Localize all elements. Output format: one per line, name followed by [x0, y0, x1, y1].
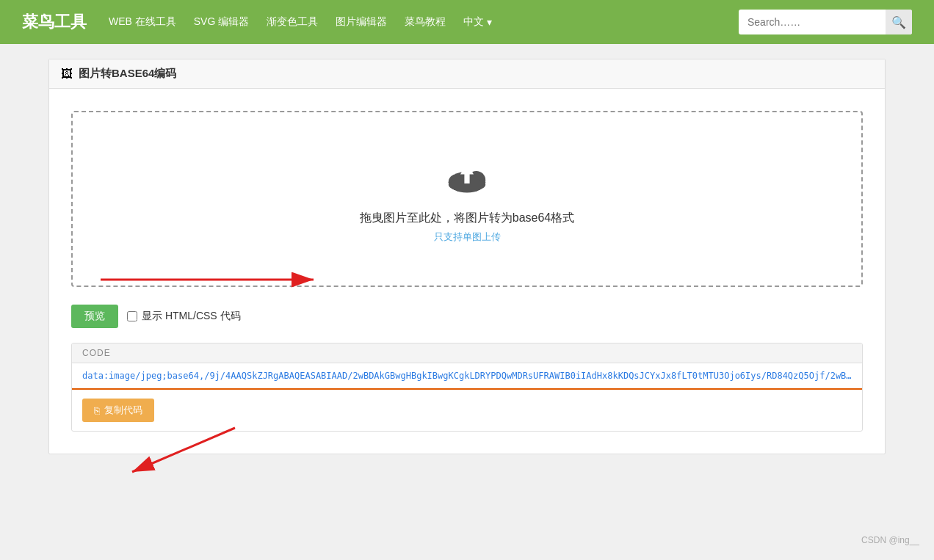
search-bar: 🔍 [739, 10, 912, 34]
navbar-brand[interactable]: 菜鸟工具 [22, 11, 87, 33]
dropzone-subtext: 只支持单图上传 [434, 230, 501, 244]
code-label: CODE [72, 343, 862, 363]
copy-icon: ⎘ [94, 405, 100, 416]
search-input[interactable] [739, 16, 886, 28]
code-block: CODE data:image/jpeg;base64,/9j/4AAQSkZJ… [71, 343, 863, 432]
search-icon: 🔍 [891, 15, 906, 29]
tool-title: 图片转BASE64编码 [79, 67, 176, 81]
navbar: 菜鸟工具 WEB 在线工具 SVG 编辑器 渐变色工具 图片编辑器 菜鸟教程 中… [0, 0, 934, 44]
tool-card: 🖼 图片转BASE64编码 拖曳 [48, 59, 886, 454]
nav-link-tutorial[interactable]: 菜鸟教程 [405, 15, 446, 29]
svg-line-8 [132, 428, 235, 454]
tool-header: 🖼 图片转BASE64编码 [49, 59, 885, 89]
tool-header-icon: 🖼 [61, 68, 73, 81]
copy-button[interactable]: ⎘ 复制代码 [82, 399, 154, 422]
tool-body: 拖曳图片至此处，将图片转为base64格式 只支持单图上传 预览 [49, 89, 885, 454]
chevron-down-icon: ▾ [487, 16, 492, 28]
nav-link-web[interactable]: WEB 在线工具 [109, 15, 176, 29]
nav-link-image-editor[interactable]: 图片编辑器 [336, 15, 387, 29]
nav-dropdown-language[interactable]: 中文 ▾ [463, 15, 492, 29]
page-wrapper: 🖼 图片转BASE64编码 拖曳 [34, 44, 900, 469]
code-content: data:image/jpeg;base64,/9j/4AAQSkZJRgABA… [72, 363, 862, 390]
watermark: CSDN @ing__ [861, 535, 919, 545]
preview-button[interactable]: 预览 [71, 305, 118, 328]
main-area: 拖曳图片至此处，将图片转为base64格式 只支持单图上传 [71, 111, 863, 287]
search-button[interactable]: 🔍 [886, 10, 912, 34]
navbar-links: WEB 在线工具 SVG 编辑器 渐变色工具 图片编辑器 菜鸟教程 中文 ▾ [109, 15, 717, 29]
show-code-checkbox[interactable] [127, 311, 137, 321]
upload-cloud-icon [441, 155, 493, 199]
show-code-label[interactable]: 显示 HTML/CSS 代码 [127, 310, 241, 323]
nav-link-gradient[interactable]: 渐变色工具 [267, 15, 318, 29]
toolbar-row: 预览 显示 HTML/CSS 代码 [71, 305, 863, 328]
nav-link-svg[interactable]: SVG 编辑器 [194, 15, 249, 29]
dropzone-text: 拖曳图片至此处，将图片转为base64格式 [360, 211, 575, 226]
code-footer: ⎘ 复制代码 [72, 390, 862, 431]
dropzone[interactable]: 拖曳图片至此处，将图片转为base64格式 只支持单图上传 [71, 111, 863, 287]
